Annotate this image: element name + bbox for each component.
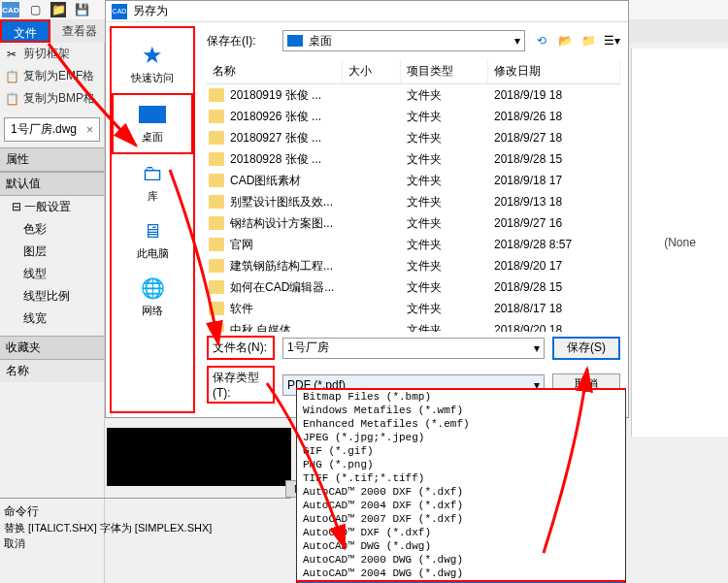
save-icon[interactable]: 💾 [74,2,89,17]
file-row[interactable]: CAD图纸素材 文件夹 2018/9/18 17 [207,170,620,191]
menu-copy-emf[interactable]: 📋 复制为EMF格 [0,65,104,87]
open-icon[interactable]: 📁 [50,2,66,17]
back-icon[interactable]: ⟲ [533,32,550,49]
new-icon[interactable]: ▢ [27,2,43,17]
file-type: 文件夹 [407,322,494,333]
file-type: 文件夹 [407,301,494,317]
type-option[interactable]: AutoCAD™ 2000 DWG (*.dwg) [297,553,625,567]
file-name: 20180928 张俊 ... [230,151,348,168]
save-in-dropdown[interactable]: 桌面 ▾ [282,30,525,51]
favorites-name: 名称 [0,360,104,382]
command-line-label: 命令行 [4,503,39,520]
file-row[interactable]: 20180927 张俊 ... 文件夹 2018/9/27 18 [207,127,620,148]
document-tab[interactable]: 1号厂房.dwg × [4,117,100,142]
file-row[interactable]: 软件 文件夹 2018/8/17 18 [207,298,620,319]
file-type: 文件夹 [407,87,494,104]
folder-icon [209,259,224,273]
folder-icon [209,216,224,230]
type-option[interactable]: Windows Metafiles (*.wmf) [297,404,625,417]
type-option[interactable]: Bitmap Files (*.bmp) [297,390,625,404]
network-icon: 🌐 [137,276,168,300]
file-type: 文件夹 [407,151,494,168]
col-type-header[interactable]: 项目类型 [401,59,488,83]
type-option[interactable]: AutoCAD™ DWG (*.dwg) [297,539,625,553]
type-option[interactable]: AutoCAD™ 2004 DXF (*.dxf) [297,499,625,512]
close-icon[interactable]: × [86,123,93,137]
tree-linetype[interactable]: 线型 [0,263,104,285]
default-header: 默认值 [0,172,104,196]
chevron-down-icon: ▾ [514,34,520,48]
type-option[interactable]: AutoCAD™ 2004 DWG (*.dwg) [297,567,625,580]
file-date: 2018/8/17 18 [494,302,620,315]
dialog-places-bar: ★ 快速访问 桌面 🗀 库 🖥 此电脑 🌐 网络 [110,26,195,413]
view-icon[interactable]: ☰▾ [603,32,620,49]
folder-icon [209,88,224,102]
file-date: 2018/9/20 18 [494,323,620,332]
type-option[interactable]: TIFF (*.tif;*.tiff) [297,471,625,485]
folder-icon [209,131,224,145]
col-date-header[interactable]: 修改日期 [488,59,620,83]
sidebar-this-pc[interactable]: 🖥 此电脑 [112,211,193,269]
menu-crop-frame[interactable]: ✂ 剪切框架 [0,43,104,65]
file-name: 20180926 张俊 ... [230,109,348,125]
new-folder-icon[interactable]: 📁 [579,32,597,49]
tree-lineweight[interactable]: 线宽 [0,308,104,330]
file-date: 2018/9/28 15 [494,152,620,166]
file-list-header: 名称 大小 项目类型 修改日期 [207,59,620,84]
app-icon: CAD [2,2,19,17]
sidebar-library[interactable]: 🗀 库 [112,154,193,211]
crop-icon: ✂ [4,47,19,62]
filename-label: 文件名(N): [207,336,275,360]
file-row[interactable]: 钢结构设计方案图... 文件夹 2018/9/27 16 [207,212,620,234]
file-row[interactable]: 建筑钢筋结构工程... 文件夹 2018/9/20 17 [207,255,620,276]
file-name: 钢结构设计方案图... [230,215,348,232]
file-row[interactable]: 20180919 张俊 ... 文件夹 2018/9/19 18 [207,84,620,106]
file-name: CAD图纸素材 [230,173,348,189]
file-row[interactable]: 官网 文件夹 2018/9/28 8:57 [207,234,620,255]
file-row[interactable]: 20180926 张俊 ... 文件夹 2018/9/26 18 [207,106,620,127]
file-name: 20180927 张俊 ... [230,130,348,146]
up-icon[interactable]: 📂 [556,32,574,49]
file-row[interactable]: 20180928 张俊 ... 文件夹 2018/9/28 15 [207,148,620,170]
menu-viewer[interactable]: 查看器 [50,19,109,43]
type-option[interactable]: PNG (*.png) [297,458,625,471]
type-option[interactable]: GIF (*.gif) [297,444,625,458]
sidebar-network[interactable]: 🌐 网络 [112,269,193,326]
tree-layer[interactable]: 图层 [0,241,104,263]
folder-icon [209,152,224,166]
sidebar-desktop[interactable]: 桌面 [112,93,193,154]
desktop-mini-icon [287,35,303,47]
save-button[interactable]: 保存(S) [552,337,620,360]
filetype-dropdown-list[interactable]: Bitmap Files (*.bmp)Windows Metafiles (*… [296,388,626,583]
tree-ltscale[interactable]: 线型比例 [0,285,104,308]
file-row[interactable]: 如何在CAD编辑器... 文件夹 2018/9/28 15 [207,276,620,298]
tree-color[interactable]: 色彩 [0,218,104,241]
file-type: 文件夹 [407,173,494,189]
dialog-titlebar: CAD 另存为 [106,1,628,22]
chevron-down-icon: ▾ [534,341,540,355]
type-option[interactable]: AutoCAD™ 2007 DXF (*.dxf) [297,512,625,526]
drawing-canvas[interactable] [107,428,291,486]
type-option[interactable]: AutoCAD™ 2000 DXF (*.dxf) [297,485,625,499]
col-size-header[interactable]: 大小 [343,59,401,83]
doc-tab-label: 1号厂房.dwg [11,121,77,138]
col-name-header[interactable]: 名称 [207,59,343,83]
file-type: 文件夹 [407,194,494,211]
file-name: 别墅设计图纸及效... [230,194,348,211]
file-row[interactable]: 中秋 自媒体 文件夹 2018/9/20 18 [207,319,620,332]
star-icon: ★ [137,44,168,67]
filename-input[interactable]: 1号厂房 ▾ [282,338,545,359]
tree-general[interactable]: ⊟ 一般设置 [0,196,104,218]
file-date: 2018/9/28 15 [494,280,620,294]
file-date: 2018/9/19 18 [494,88,620,102]
type-option[interactable]: Enhanced Metafiles (*.emf) [297,417,625,431]
save-in-label: 保存在(I): [207,33,275,49]
folder-icon [209,238,224,251]
menu-file[interactable]: 文件 [0,19,50,43]
favorites-header: 收藏夹 [0,336,104,360]
file-row[interactable]: 别墅设计图纸及效... 文件夹 2018/9/13 18 [207,191,620,212]
sidebar-quick-access[interactable]: ★ 快速访问 [112,36,193,93]
type-option[interactable]: AutoCAD™ DXF (*.dxf) [297,526,625,539]
type-option[interactable]: JPEG (*.jpg;*.jpeg) [297,431,625,444]
menu-copy-bmp[interactable]: 📋 复制为BMP格 [0,87,104,110]
